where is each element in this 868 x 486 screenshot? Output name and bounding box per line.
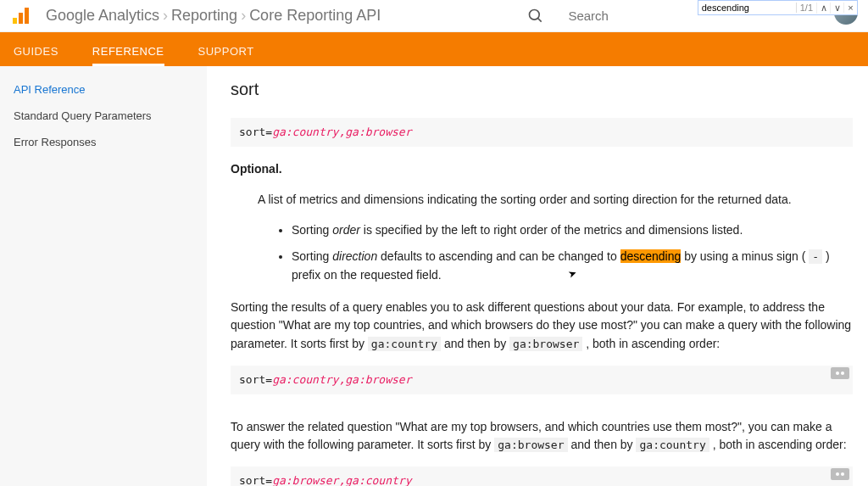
tab-support[interactable]: SUPPORT [198, 36, 254, 66]
code-sample: sort=ga:browser,ga:country [231, 466, 853, 486]
breadcrumb-item[interactable]: Core Reporting API [249, 7, 381, 25]
copy-button[interactable] [831, 468, 849, 480]
paragraph: A list of metrics and dimensions indicat… [258, 191, 853, 209]
tab-guides[interactable]: GUIDES [14, 36, 58, 66]
find-close-button[interactable]: × [843, 3, 857, 13]
paragraph: Sorting the results of a query enables y… [231, 299, 853, 354]
sidebar-item-std-query[interactable]: Standard Query Parameters [0, 103, 207, 129]
list-item: Sorting direction defaults to ascending … [292, 248, 853, 284]
find-prev-button[interactable]: ∧ [816, 3, 830, 14]
cursor-icon: ➤ [565, 265, 579, 283]
analytics-logo-icon [10, 6, 31, 26]
find-next-button[interactable]: ∨ [830, 3, 843, 14]
find-input[interactable] [698, 2, 796, 14]
find-highlight: descending [620, 249, 682, 263]
breadcrumb-item[interactable]: Reporting [171, 7, 237, 25]
tab-reference[interactable]: REFERENCE [92, 36, 164, 66]
svg-rect-2 [25, 8, 29, 24]
browser-find-bar: 1/1 ∧ ∨ × [698, 0, 858, 15]
find-count: 1/1 [796, 3, 816, 13]
sidebar: API Reference Standard Query Parameters … [0, 66, 207, 486]
sidebar-item-error-responses[interactable]: Error Responses [0, 129, 207, 155]
breadcrumb: Google Analytics › Reporting › Core Repo… [44, 7, 382, 25]
paragraph: To answer the related question "What are… [231, 418, 853, 455]
copy-button[interactable] [831, 367, 849, 379]
sidebar-item-api-reference[interactable]: API Reference [0, 76, 207, 103]
list-item: Sorting order is specified by the left t… [292, 221, 853, 240]
svg-rect-0 [13, 18, 17, 24]
chevron-right-icon: › [163, 7, 168, 25]
svg-line-4 [538, 18, 542, 21]
code-sample: sort=ga:country,ga:browser [231, 118, 853, 147]
main-nav: GUIDES REFERENCE SUPPORT [0, 32, 868, 66]
code-sample: sort=ga:country,ga:browser [231, 366, 853, 394]
chevron-right-icon: › [241, 7, 246, 25]
svg-point-3 [530, 9, 540, 20]
paragraph: Optional. [231, 160, 853, 179]
main-content: sort sort=ga:country,ga:browser Optional… [207, 66, 868, 486]
search-icon[interactable] [527, 8, 544, 25]
breadcrumb-item[interactable]: Google Analytics [46, 7, 159, 25]
section-heading: sort [231, 76, 853, 103]
bullet-list: Sorting order is specified by the left t… [292, 221, 853, 285]
svg-rect-1 [19, 13, 23, 24]
